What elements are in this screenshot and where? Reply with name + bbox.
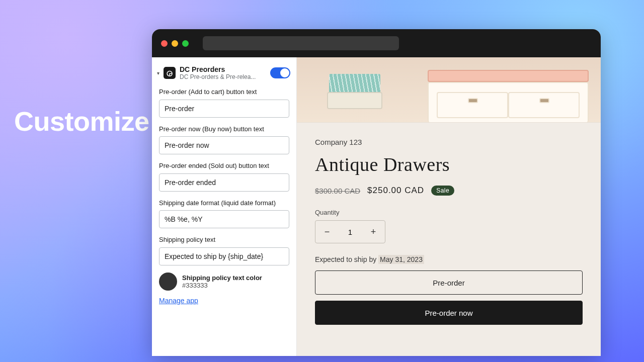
- app-title: DC Preorders: [180, 65, 266, 73]
- color-picker-row[interactable]: Shipping policy text color #333333: [159, 273, 289, 291]
- shipping-date: May 31, 2023: [378, 255, 424, 264]
- color-field-label: Shipping policy text color: [182, 274, 262, 282]
- quantity-stepper: − 1 +: [315, 220, 385, 243]
- quantity-value: 1: [339, 228, 362, 236]
- storefront-preview: Company 123 Antique Drawers $300.00 CAD …: [297, 57, 601, 356]
- field-label-policy-text: Shipping policy text: [159, 235, 289, 244]
- shipping-policy-text: Expected to ship by May 31, 2023: [315, 255, 583, 263]
- settings-sidebar: ▾ ◶ DC Preorders DC Pre-orders & Pre-rel…: [152, 57, 297, 356]
- sold-out-text-input[interactable]: [159, 173, 289, 192]
- chevron-down-icon: ▾: [157, 70, 159, 76]
- price-current: $250.00 CAD: [367, 186, 424, 196]
- app-icon: ◶: [164, 67, 176, 79]
- window-titlebar: [152, 29, 601, 57]
- close-icon[interactable]: [161, 40, 168, 47]
- app-subtitle: DC Pre-orders & Pre-relea...: [180, 73, 266, 80]
- color-swatch-icon[interactable]: [159, 273, 177, 291]
- preorder-now-button[interactable]: Pre-order now: [315, 301, 583, 325]
- quantity-plus-button[interactable]: +: [362, 221, 385, 243]
- field-label-sold-out: Pre-order ended (Sold out) button text: [159, 161, 289, 170]
- preorder-button[interactable]: Pre-order: [315, 270, 583, 295]
- add-to-cart-text-input[interactable]: [159, 100, 289, 118]
- maximize-icon[interactable]: [182, 40, 189, 47]
- quantity-minus-button[interactable]: −: [315, 221, 339, 243]
- quantity-label: Quantity: [315, 209, 583, 216]
- enable-toggle[interactable]: [270, 67, 290, 78]
- app-header[interactable]: ▾ ◶ DC Preorders DC Pre-orders & Pre-rel…: [152, 63, 296, 87]
- product-title: Antique Drawers: [315, 153, 583, 175]
- vendor-name: Company 123: [315, 138, 583, 146]
- buy-now-text-input[interactable]: [159, 136, 289, 154]
- sale-badge: Sale: [431, 186, 454, 196]
- manage-app-link[interactable]: Manage app: [159, 297, 198, 305]
- field-label-buy-now: Pre-order now (Buy now) button text: [159, 125, 289, 134]
- minimize-icon[interactable]: [172, 40, 178, 47]
- product-hero-image: [297, 57, 601, 123]
- date-format-input[interactable]: [159, 210, 289, 228]
- browser-window: ▾ ◶ DC Preorders DC Pre-orders & Pre-rel…: [152, 29, 601, 356]
- url-bar[interactable]: [203, 36, 399, 50]
- field-label-add-to-cart: Pre-order (Add to cart) button text: [159, 87, 289, 97]
- policy-text-input[interactable]: [159, 247, 289, 265]
- field-label-date-format: Shipping date format (liquid date format…: [159, 199, 289, 208]
- price-compare-at: $300.00 CAD: [315, 187, 360, 195]
- color-value: #333333: [182, 282, 262, 289]
